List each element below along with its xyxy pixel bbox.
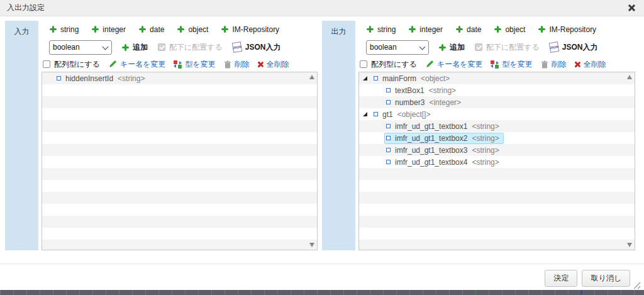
node-type: <string> bbox=[472, 146, 499, 155]
delete-button[interactable]: 削除 bbox=[541, 59, 567, 70]
node-type-icon bbox=[374, 112, 378, 116]
tree-node[interactable]: imfr_ud_gt1_textbox3<string> bbox=[384, 145, 504, 156]
delete-all-x-icon bbox=[575, 62, 580, 67]
tree-node-row[interactable]: number3<integer> bbox=[359, 96, 635, 108]
tree-node-row[interactable]: imfr_ud_gt1_textbox4<string> bbox=[359, 156, 635, 168]
add-object-button[interactable]: object bbox=[177, 25, 208, 34]
rename-key-button[interactable]: キー名を変更 bbox=[108, 59, 166, 70]
add-label: 追加 bbox=[133, 42, 148, 53]
type-select[interactable]: boolean bbox=[49, 40, 112, 55]
swap-type-icon bbox=[491, 60, 499, 69]
tree-node[interactable]: imfr_ud_gt1_textbox4<string> bbox=[384, 157, 504, 168]
add-integer-button[interactable]: integer bbox=[92, 25, 126, 34]
json-input-button[interactable]: JSON JSON入力 bbox=[233, 42, 281, 53]
footer: 決定 取り消し bbox=[545, 270, 630, 287]
add-date-button[interactable]: date bbox=[139, 25, 164, 34]
input-panel: 入力 string integer date object IM-Reposit… bbox=[5, 21, 318, 250]
node-name: mainForm bbox=[382, 74, 416, 83]
node-type: <string> bbox=[472, 122, 499, 131]
add-string-label: string bbox=[60, 25, 79, 34]
add-string-button[interactable]: string bbox=[50, 25, 79, 34]
expander-icon[interactable] bbox=[363, 76, 367, 81]
node-name: number3 bbox=[395, 98, 425, 107]
trash-icon bbox=[224, 60, 231, 69]
scroll-down-icon[interactable] bbox=[309, 243, 314, 247]
ok-button[interactable]: 決定 bbox=[545, 270, 577, 287]
tree-node-row[interactable]: imfr_ud_gt1_textbox1<string> bbox=[359, 120, 635, 132]
plus-icon bbox=[92, 26, 99, 33]
tree-node-row[interactable]: textBox1<string> bbox=[359, 84, 635, 96]
delete-label: 削除 bbox=[552, 59, 567, 70]
add-im-repository-button[interactable]: IM-Repository bbox=[538, 25, 596, 34]
node-type: <object[]> bbox=[397, 110, 431, 119]
add-date-button[interactable]: date bbox=[456, 25, 481, 34]
node-type: <object> bbox=[421, 74, 450, 83]
add-string-button[interactable]: string bbox=[367, 25, 396, 34]
node-type-icon bbox=[57, 76, 61, 81]
plus-icon bbox=[50, 26, 57, 33]
output-toolbar-types: string integer date object IM-Repository bbox=[358, 21, 635, 38]
type-select[interactable]: boolean bbox=[366, 40, 429, 55]
node-type: <string> bbox=[472, 158, 499, 167]
change-type-button[interactable]: 型を変更 bbox=[174, 59, 215, 70]
scroll-up-icon[interactable] bbox=[309, 75, 314, 79]
json-input-button[interactable]: JSON JSON入力 bbox=[550, 42, 598, 53]
array-checkbox-label: 配列型にする bbox=[371, 59, 417, 70]
scroll-down-icon[interactable] bbox=[627, 243, 632, 247]
change-type-label: 型を変更 bbox=[185, 59, 215, 70]
trash-icon bbox=[541, 60, 548, 69]
close-icon[interactable] bbox=[628, 4, 635, 11]
tree-node-row[interactable]: mainForm<object> bbox=[359, 72, 635, 84]
expander-icon[interactable] bbox=[363, 112, 367, 116]
array-checkbox-group[interactable]: 配列型にする bbox=[43, 59, 100, 70]
scroll-up-icon[interactable] bbox=[627, 75, 632, 79]
delete-all-button[interactable]: 全削除 bbox=[258, 59, 289, 70]
array-checkbox-label: 配列型にする bbox=[54, 59, 100, 70]
add-integer-label: integer bbox=[103, 25, 126, 34]
swap-type-icon bbox=[174, 60, 182, 69]
resize-grip-icon[interactable] bbox=[633, 282, 641, 289]
node-type-icon bbox=[386, 124, 391, 128]
add-object-button[interactable]: object bbox=[494, 25, 525, 34]
plus-icon bbox=[494, 26, 501, 33]
plus-icon bbox=[139, 26, 146, 33]
delete-button[interactable]: 削除 bbox=[224, 59, 250, 70]
tree-node[interactable]: imfr_ud_gt1_textbox1<string> bbox=[384, 121, 504, 132]
tree-node-row[interactable]: imfr_ud_gt1_textbox2<string> bbox=[359, 132, 635, 144]
array-checkbox[interactable] bbox=[360, 60, 367, 68]
tree-node[interactable]: textBox1<string> bbox=[384, 85, 460, 96]
tree-node[interactable]: hiddenInsertId<string> bbox=[55, 73, 149, 84]
rename-key-button[interactable]: キー名を変更 bbox=[425, 59, 483, 70]
json-input-label: JSON入力 bbox=[245, 42, 281, 53]
plus-icon bbox=[538, 26, 545, 33]
node-type-icon bbox=[386, 160, 391, 164]
node-type-icon bbox=[374, 76, 378, 81]
delete-all-label: 全削除 bbox=[267, 59, 289, 70]
add-button[interactable]: 追加 bbox=[439, 42, 465, 53]
input-toolbar-ops: 配列型にする キー名を変更 型を変更 削除 全削除 bbox=[42, 57, 318, 72]
add-button[interactable]: 追加 bbox=[122, 42, 148, 53]
plus-icon bbox=[456, 26, 463, 33]
nest-checkbox-label: 配下に配置する bbox=[486, 42, 540, 53]
nest-checkbox-group: 配下に配置する bbox=[158, 42, 223, 53]
node-name: hiddenInsertId bbox=[65, 74, 113, 83]
add-im-repository-button[interactable]: IM-Repository bbox=[221, 25, 279, 34]
delete-all-button[interactable]: 全削除 bbox=[575, 59, 606, 70]
plus-icon bbox=[122, 44, 129, 51]
nest-checkbox bbox=[475, 43, 482, 51]
array-checkbox[interactable] bbox=[43, 60, 50, 68]
tree-node[interactable]: mainForm<object> bbox=[372, 73, 454, 84]
tree-node[interactable]: gt1<object[]> bbox=[372, 109, 435, 120]
node-name: imfr_ud_gt1_textbox4 bbox=[395, 158, 467, 167]
tree-node[interactable]: number3<integer> bbox=[384, 97, 465, 108]
array-checkbox-group[interactable]: 配列型にする bbox=[360, 59, 417, 70]
tree-node-row[interactable]: hiddenInsertId<string> bbox=[42, 72, 317, 84]
add-date-label: date bbox=[150, 25, 164, 34]
add-integer-button[interactable]: integer bbox=[409, 25, 443, 34]
change-type-button[interactable]: 型を変更 bbox=[491, 59, 532, 70]
input-tree: hiddenInsertId<string> bbox=[42, 72, 318, 250]
tree-node-row[interactable]: imfr_ud_gt1_textbox3<string> bbox=[359, 144, 635, 156]
tree-node[interactable]: imfr_ud_gt1_textbox2<string> bbox=[384, 133, 504, 144]
tree-node-row[interactable]: gt1<object[]> bbox=[359, 108, 635, 120]
cancel-button[interactable]: 取り消し bbox=[582, 270, 630, 287]
